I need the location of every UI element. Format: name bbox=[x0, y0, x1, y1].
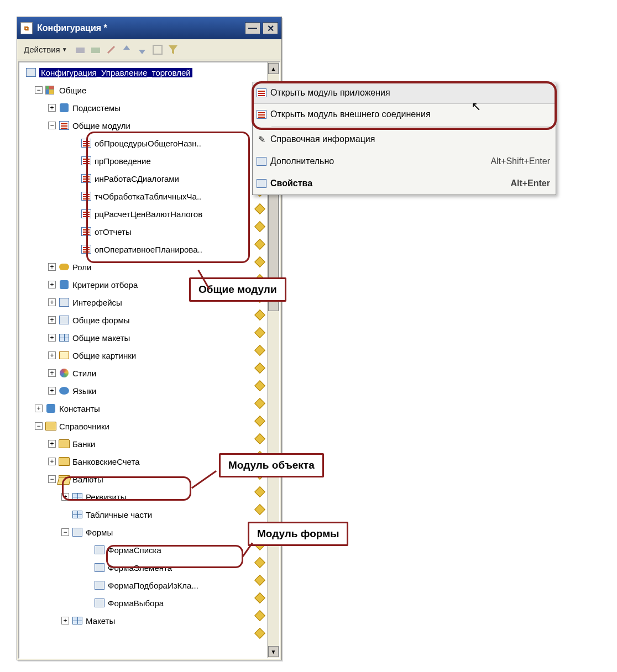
chevron-down-icon: ▼ bbox=[62, 46, 67, 53]
tree-tabular[interactable]: Табличные части bbox=[22, 506, 266, 523]
toolbar-icon-2[interactable] bbox=[90, 44, 102, 56]
close-button[interactable]: ✕ bbox=[263, 22, 278, 34]
properties-icon bbox=[253, 179, 270, 188]
toolbar-icon-3[interactable] bbox=[105, 44, 117, 56]
tree-common-forms[interactable]: +Общие формы bbox=[22, 311, 266, 329]
additional-icon bbox=[253, 157, 270, 166]
actions-label: Действия bbox=[24, 45, 60, 54]
collapse-icon[interactable]: − bbox=[48, 122, 56, 129]
app-icon: ⧉ bbox=[20, 22, 33, 34]
svg-rect-1 bbox=[91, 48, 100, 53]
tree-form-element[interactable]: ФормаЭлемента bbox=[22, 559, 266, 576]
tree-common-templates[interactable]: +Общие макеты bbox=[22, 329, 266, 347]
shortcut-label: Alt+Enter bbox=[510, 179, 550, 188]
collapse-icon[interactable]: − bbox=[61, 528, 69, 536]
toolbar-filter-icon[interactable] bbox=[167, 44, 179, 56]
tree-banks[interactable]: +Банки bbox=[22, 435, 266, 453]
actions-menu-button[interactable]: Действия ▼ bbox=[20, 43, 71, 56]
tree-form-choice[interactable]: ФормаВыбора bbox=[22, 594, 266, 612]
menu-separator bbox=[271, 127, 553, 127]
tree-module-item[interactable]: опОперативноеПланирова.. bbox=[22, 240, 266, 258]
shortcut-label: Alt+Shift+Enter bbox=[490, 156, 550, 166]
configuration-window: ⧉ Конфигурация * — ✕ Действия ▼ Конфи bbox=[17, 17, 282, 660]
tree-catalogs[interactable]: −Справочники bbox=[22, 417, 266, 435]
tree-module-item[interactable]: рцРасчетЦенВалютНалогов bbox=[22, 205, 266, 223]
tree-module-item[interactable]: прПроведение bbox=[22, 152, 266, 170]
svg-rect-2 bbox=[153, 45, 162, 54]
tree-module-item[interactable]: обПроцедурыОбщегоНазн.. bbox=[22, 134, 266, 152]
tree-constants[interactable]: +Константы bbox=[22, 400, 266, 417]
tree-root[interactable]: Конфигурация_Управление_торговлей bbox=[22, 64, 266, 81]
collapse-icon[interactable]: − bbox=[35, 422, 43, 430]
tree-common[interactable]: − Общие bbox=[22, 81, 266, 99]
tree-root-label: Конфигурация_Управление_торговлей bbox=[39, 68, 192, 77]
tree-common-modules[interactable]: − Общие модули bbox=[22, 117, 266, 134]
minimize-button[interactable]: — bbox=[245, 22, 260, 34]
tree-attributes[interactable]: +Реквизиты bbox=[22, 488, 266, 506]
toolbar: Действия ▼ bbox=[17, 39, 281, 60]
tree-languages[interactable]: +Языки bbox=[22, 382, 266, 400]
tree-roles[interactable]: +Роли bbox=[22, 258, 266, 276]
ctx-additional[interactable]: Дополнительно Alt+Shift+Enter bbox=[253, 150, 556, 172]
config-tree[interactable]: Конфигурация_Управление_торговлей − Общи… bbox=[22, 64, 266, 657]
context-menu: Открыть модуль приложения Открыть модуль… bbox=[252, 82, 556, 195]
ctx-open-ext-connection[interactable]: Открыть модуль внешнего соединения bbox=[253, 103, 556, 125]
toolbar-icon-6[interactable] bbox=[151, 44, 164, 56]
config-icon bbox=[25, 67, 37, 78]
module-icon bbox=[253, 110, 270, 119]
ctx-help[interactable]: ✎ Справочная информация bbox=[253, 128, 556, 150]
toolbar-down-icon[interactable] bbox=[136, 44, 148, 56]
tree-common-pictures[interactable]: +Общие картинки bbox=[22, 347, 266, 364]
tree-module-item[interactable]: отОтчеты bbox=[22, 223, 266, 240]
tree-styles[interactable]: +Стили bbox=[22, 364, 266, 382]
ctx-open-app-module[interactable]: Открыть модуль приложения bbox=[252, 82, 556, 104]
callout-form-module: Модуль формы bbox=[248, 522, 348, 546]
tree-forms[interactable]: −Формы bbox=[22, 523, 266, 541]
ctx-properties[interactable]: Свойства Alt+Enter bbox=[253, 172, 556, 195]
callout-object-module: Модуль объекта bbox=[219, 453, 324, 477]
tree-panel: Конфигурация_Управление_торговлей − Общи… bbox=[18, 61, 280, 659]
bookmark-column bbox=[256, 134, 264, 637]
toolbar-icon-1[interactable] bbox=[74, 44, 86, 56]
tree-module-item[interactable]: инРаботаСДиалогами bbox=[22, 170, 266, 187]
scroll-down-button[interactable]: ▼ bbox=[268, 646, 279, 657]
tree-form-list[interactable]: ФормаСписка bbox=[22, 541, 266, 559]
titlebar: ⧉ Конфигурация * — ✕ bbox=[17, 17, 281, 39]
collapse-icon[interactable]: − bbox=[48, 475, 56, 483]
svg-rect-0 bbox=[76, 48, 85, 53]
scroll-up-button[interactable]: ▲ bbox=[268, 63, 279, 74]
tree-subsystems[interactable]: + Подсистемы bbox=[22, 99, 266, 117]
module-icon bbox=[253, 88, 270, 97]
window-title: Конфигурация * bbox=[37, 23, 107, 33]
tree-form-select-cls[interactable]: ФормаПодбораИзКла... bbox=[22, 576, 266, 594]
collapse-icon[interactable]: − bbox=[35, 86, 43, 94]
help-icon: ✎ bbox=[253, 134, 270, 145]
expand-icon[interactable]: + bbox=[48, 104, 56, 112]
tree-module-item[interactable]: тчОбработкаТабличныхЧа.. bbox=[22, 187, 266, 205]
tree-templates[interactable]: +Макеты bbox=[22, 612, 266, 629]
toolbar-up-icon[interactable] bbox=[121, 44, 133, 56]
